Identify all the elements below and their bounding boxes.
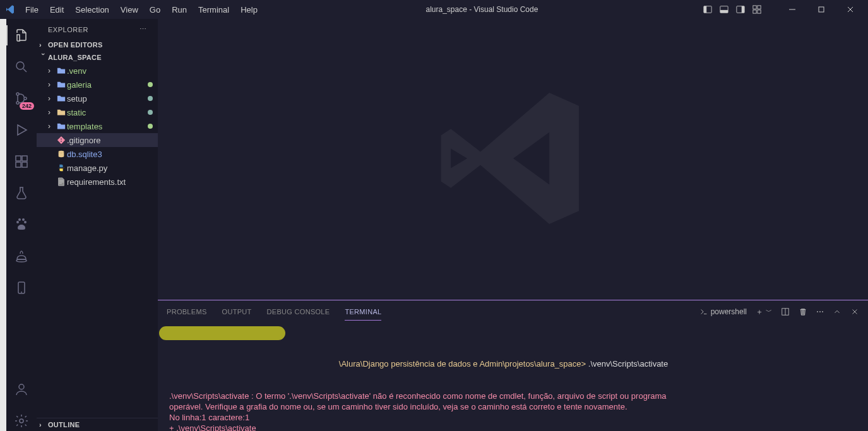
tree-item-label: manage.py: [67, 163, 158, 173]
close-button[interactable]: [838, 0, 863, 19]
file-icon: [56, 136, 67, 145]
terminal-line: .\venv\Scripts\activate : O termo '.\ven…: [169, 391, 857, 401]
tree-item-label: requirements.txt: [67, 177, 158, 187]
file-icon: [56, 150, 67, 158]
tree-item-dbsqlite3[interactable]: db.sqlite3: [37, 147, 158, 161]
menu-edit[interactable]: Edit: [45, 3, 69, 17]
panel-tab-problems[interactable]: PROBLEMS: [167, 303, 207, 321]
tree-item-venv[interactable]: ›.venv: [37, 64, 158, 78]
tree-item-static[interactable]: ›static: [37, 105, 158, 119]
menu-go[interactable]: Go: [145, 3, 165, 17]
titlebar: FileEditSelectionViewGoRunTerminalHelp a…: [0, 0, 868, 19]
tree-item-label: setup: [67, 94, 148, 103]
terminal-new-button[interactable]: ＋: [756, 307, 763, 317]
terminal-output[interactable]: XXXXXXXXXXXXXXXXXXXXXXXXXXXXXXX\Alura\Dj…: [158, 322, 868, 431]
activity-extensions-icon[interactable]: [11, 151, 32, 172]
explorer-more-icon[interactable]: ⋯: [137, 24, 150, 35]
menu-file[interactable]: File: [20, 3, 44, 17]
editor-area: PROBLEMSOUTPUTDEBUG CONSOLETERMINAL powe…: [158, 19, 868, 431]
chevron-right-icon: ›: [48, 66, 56, 75]
panel-maximize-button[interactable]: [833, 307, 841, 316]
tree-item-label: static: [67, 108, 148, 117]
file-icon: [56, 163, 67, 172]
folder-icon: [56, 108, 67, 117]
activity-paw-icon[interactable]: [11, 215, 32, 235]
panel-close-button[interactable]: [850, 307, 859, 316]
menu-selection[interactable]: Selection: [70, 3, 114, 17]
layout-secondary-sidebar-icon[interactable]: [734, 3, 747, 16]
terminal-split-button[interactable]: [781, 307, 790, 316]
tree-item-label: db.sqlite3: [67, 150, 158, 159]
vscode-watermark-icon: [431, 76, 595, 243]
tree-item-gitignore[interactable]: .gitignore: [37, 133, 158, 147]
activity-run-debug-icon[interactable]: [11, 120, 32, 140]
tree-item-label: galeria: [67, 80, 148, 90]
activity-testing-icon[interactable]: [11, 183, 32, 203]
activity-bar: 242: [6, 19, 37, 431]
svg-point-22: [22, 218, 25, 221]
svg-point-11: [16, 62, 24, 69]
tree-item-requirementstxt[interactable]: requirements.txt: [37, 175, 158, 189]
maximize-button[interactable]: [809, 0, 834, 19]
modified-dot-icon: [148, 110, 153, 115]
left-gutter: [0, 19, 6, 431]
chevron-right-icon: ›: [48, 94, 56, 103]
activity-accounts-icon[interactable]: [11, 379, 32, 399]
terminal-profile-button[interactable]: powershell: [699, 307, 747, 316]
menu-terminal[interactable]: Terminal: [193, 3, 234, 17]
svg-point-21: [18, 218, 21, 221]
chevron-right-icon: ›: [48, 122, 56, 131]
layout-primary-sidebar-icon[interactable]: [701, 3, 714, 16]
svg-rect-16: [16, 162, 21, 167]
terminal-new-dropdown[interactable]: ﹀: [766, 307, 772, 316]
activity-genie-icon[interactable]: [11, 246, 32, 266]
svg-rect-10: [819, 7, 824, 12]
panel-tab-debug-console[interactable]: DEBUG CONSOLE: [267, 303, 330, 321]
project-section[interactable]: › ALURA_SPACE: [37, 51, 158, 64]
terminal-more-icon[interactable]: ⋯: [816, 307, 824, 316]
tree-item-label: .venv: [67, 66, 158, 76]
terminal-shell-name: powershell: [711, 307, 747, 316]
tree-item-managepy[interactable]: manage.py: [37, 161, 158, 175]
tree-item-galeria[interactable]: ›galeria: [37, 78, 158, 92]
folder-icon: [56, 66, 67, 75]
terminal-kill-button[interactable]: [799, 307, 807, 316]
chevron-right-icon: ›: [48, 108, 56, 117]
terminal-line: No linha:1 caractere:1: [169, 412, 857, 423]
activity-settings-icon[interactable]: [11, 411, 32, 431]
chevron-right-icon: ›: [39, 41, 48, 49]
modified-dot-icon: [148, 82, 153, 87]
tree-item-templates[interactable]: ›templates: [37, 119, 158, 133]
terminal-command: .\venv\Scripts\activate: [588, 359, 668, 369]
terminal-prompt-path: \Alura\Django persistência de dados e Ad…: [339, 359, 588, 369]
svg-point-12: [16, 93, 19, 95]
menu-bar: FileEditSelectionViewGoRunTerminalHelp: [20, 3, 263, 17]
open-editors-section[interactable]: › OPEN EDITORS: [37, 38, 158, 51]
panel-tab-output[interactable]: OUTPUT: [222, 303, 252, 321]
panel: PROBLEMSOUTPUTDEBUG CONSOLETERMINAL powe…: [158, 300, 868, 431]
svg-point-25: [19, 384, 24, 389]
panel-tab-terminal[interactable]: TERMINAL: [345, 303, 381, 321]
svg-point-20: [24, 221, 27, 223]
menu-help[interactable]: Help: [235, 3, 263, 17]
outline-section[interactable]: › OUTLINE: [37, 418, 158, 431]
folder-icon: [56, 122, 67, 131]
minimize-button[interactable]: [780, 0, 805, 19]
svg-rect-9: [758, 10, 761, 13]
activity-source-control-icon[interactable]: 242: [11, 88, 32, 109]
svg-rect-18: [22, 156, 27, 161]
activity-explorer-icon[interactable]: [11, 25, 32, 45]
svg-rect-1: [704, 6, 706, 13]
folder-icon: [56, 80, 67, 89]
chevron-down-icon: ›: [40, 53, 47, 62]
layout-customize-icon[interactable]: [751, 3, 763, 16]
menu-view[interactable]: View: [116, 3, 143, 17]
activity-search-icon[interactable]: [11, 57, 32, 77]
tree-item-setup[interactable]: ›setup: [37, 92, 158, 105]
layout-panel-icon[interactable]: [718, 3, 730, 16]
svg-rect-8: [753, 10, 756, 13]
activity-device-icon[interactable]: [11, 278, 32, 298]
chevron-right-icon: ›: [39, 421, 48, 428]
menu-run[interactable]: Run: [167, 3, 192, 17]
folder-icon: [56, 94, 67, 103]
